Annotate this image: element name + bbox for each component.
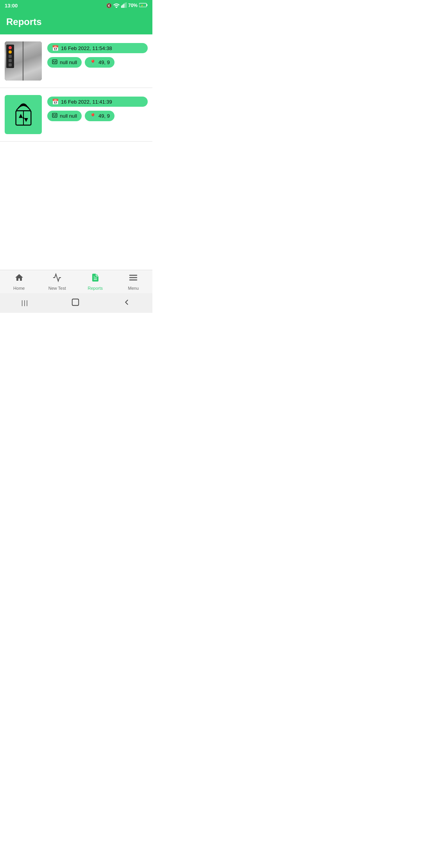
datetime-badge: 📅 16 Feb 2022, 11:41:39 bbox=[47, 97, 148, 107]
svg-rect-0 bbox=[121, 5, 122, 8]
svg-rect-19 bbox=[54, 115, 54, 115]
home-icon bbox=[14, 273, 24, 285]
report-location: 49, 9 bbox=[98, 113, 110, 119]
report-thumbnail-icon bbox=[5, 95, 42, 134]
report-info: 📅 16 Feb 2022, 11:41:39 null null bbox=[47, 95, 148, 121]
location-icon: 📍 bbox=[89, 113, 96, 119]
bottom-nav: Home New Test Reports bbox=[0, 270, 152, 293]
svg-rect-28 bbox=[72, 299, 79, 305]
status-icons: 🔇 70% ⚡ bbox=[106, 2, 148, 9]
location-badge: 📍 49, 9 bbox=[85, 57, 114, 68]
svg-rect-21 bbox=[54, 116, 56, 117]
page-header: Reports bbox=[0, 11, 152, 34]
svg-marker-15 bbox=[19, 115, 22, 118]
report-info: 📅 16 Feb 2022, 11:54:38 null null bbox=[47, 41, 148, 68]
svg-rect-9 bbox=[52, 60, 57, 64]
nav-item-new-test[interactable]: New Test bbox=[38, 273, 77, 291]
id-icon bbox=[52, 113, 57, 119]
elevator-icon bbox=[12, 100, 35, 129]
calendar-icon: 📅 bbox=[52, 99, 59, 105]
svg-rect-2 bbox=[123, 4, 124, 8]
location-badge: 📍 49, 9 bbox=[85, 111, 114, 121]
nav-menu-label: Menu bbox=[128, 286, 139, 291]
nav-item-home[interactable]: Home bbox=[0, 273, 38, 291]
report-item[interactable]: 📅 16 Feb 2022, 11:41:39 null null bbox=[0, 88, 152, 142]
svg-rect-6 bbox=[147, 4, 147, 6]
nav-home-label: Home bbox=[13, 286, 25, 291]
status-time: 13:00 bbox=[5, 3, 18, 9]
battery-level: 70% bbox=[128, 3, 138, 8]
new-test-icon bbox=[52, 273, 62, 285]
report-name: null null bbox=[60, 59, 77, 65]
report-item[interactable]: 📅 16 Feb 2022, 11:54:38 null null bbox=[0, 34, 152, 88]
nav-item-menu[interactable]: Menu bbox=[114, 273, 153, 291]
name-badge: null null bbox=[47, 57, 82, 68]
back-button[interactable] bbox=[122, 298, 131, 308]
nav-item-reports[interactable]: Reports bbox=[76, 273, 114, 291]
reports-icon bbox=[91, 273, 100, 285]
nav-new-test-label: New Test bbox=[48, 286, 66, 291]
status-bar: 13:00 🔇 70% ⚡ bbox=[0, 0, 152, 11]
report-location: 49, 9 bbox=[98, 59, 110, 65]
reports-list: 📅 16 Feb 2022, 11:54:38 null null bbox=[0, 34, 152, 267]
wifi-icon bbox=[113, 2, 120, 9]
menu-icon bbox=[129, 273, 138, 285]
report-thumbnail-photo bbox=[5, 41, 42, 81]
recents-button[interactable]: ||| bbox=[21, 299, 29, 307]
report-datetime: 16 Feb 2022, 11:41:39 bbox=[61, 99, 112, 105]
calendar-icon: 📅 bbox=[52, 45, 59, 51]
battery-icon: ⚡ bbox=[139, 3, 148, 8]
name-badge: null null bbox=[47, 111, 82, 121]
badge-row: null null 📍 49, 9 bbox=[47, 57, 148, 68]
home-button[interactable] bbox=[71, 298, 80, 308]
report-datetime: 16 Feb 2022, 11:54:38 bbox=[61, 45, 112, 51]
mute-icon: 🔇 bbox=[106, 3, 112, 8]
page-title: Reports bbox=[6, 16, 146, 27]
svg-rect-20 bbox=[55, 115, 56, 115]
datetime-badge: 📅 16 Feb 2022, 11:54:38 bbox=[47, 43, 148, 53]
svg-point-17 bbox=[23, 117, 24, 119]
svg-rect-10 bbox=[54, 61, 54, 62]
svg-rect-11 bbox=[55, 61, 56, 62]
svg-text:⚡: ⚡ bbox=[141, 4, 143, 7]
badge-row: null null 📍 49, 9 bbox=[47, 111, 148, 121]
report-name: null null bbox=[60, 113, 77, 119]
id-icon bbox=[52, 59, 57, 66]
elevator-photo bbox=[5, 41, 42, 81]
svg-rect-1 bbox=[122, 5, 123, 8]
svg-rect-18 bbox=[52, 113, 57, 118]
svg-rect-4 bbox=[126, 2, 127, 8]
svg-rect-12 bbox=[54, 63, 56, 63]
nav-reports-label: Reports bbox=[88, 286, 103, 291]
signal-icon bbox=[121, 2, 127, 9]
android-nav-bar: ||| bbox=[0, 293, 152, 313]
svg-marker-16 bbox=[24, 118, 27, 122]
svg-rect-3 bbox=[125, 3, 125, 8]
location-icon: 📍 bbox=[89, 59, 96, 66]
